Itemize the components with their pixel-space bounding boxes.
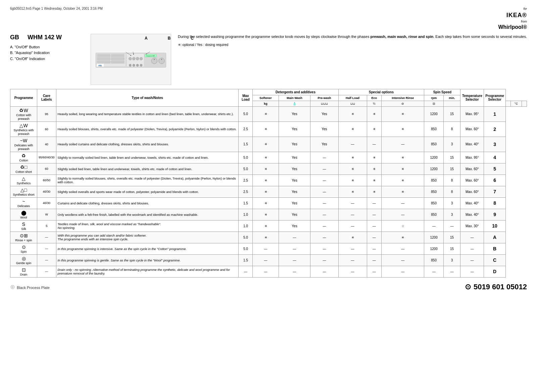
svg-point-12 [140,57,143,60]
header-detergents: Detergents and additives [253,89,338,95]
care-label-cell: — [37,266,56,277]
min-cell: — [443,220,460,232]
pre_wash-cell: — [310,254,338,266]
eco-cell: ✳ [367,175,381,186]
programme-cell: ♻︎□Cotton short [10,163,37,175]
programme-selector-cell: 3 [484,137,506,152]
notes-cell: Heavily soiled, long wearing and tempera… [56,106,239,121]
intensive_rinse-cell: — [381,266,424,277]
notes-cell: Heavily soiled blouses, shirts, overalls… [56,121,239,137]
min-cell: 15 [443,152,460,163]
footer: ⊕ Black Process Plate ⊙ 5019 601 05012 [10,283,527,291]
rpm-cell: 850 [424,209,443,220]
half_load-cell: — [338,243,367,254]
header-spin-speed: Spin Speed [424,89,460,95]
header-special-options: Special options [338,89,424,95]
temperature-cell: Max. 40° [460,137,484,152]
rpm-cell: 850 [424,137,443,152]
main_wash-cell: — [279,243,310,254]
machine-image: A B C Easylronic 1200 [91,34,171,85]
notes-cell: Slightly soiled bed linen, table linen a… [56,163,239,175]
eco-cell: — [367,232,381,243]
header-min: min. [443,95,460,101]
legend-c: C. "On/Off" Indication [10,56,84,62]
softener-cell: ✳ [253,106,279,121]
half_load-cell: ✳ [338,186,367,197]
notes-cell: In this programme spinning is gentle. Sa… [56,254,239,266]
right-description: During the selected washing programme th… [178,34,527,48]
temperature-cell: Max. 95° [460,152,484,163]
ikea-name: IKEA® [498,11,527,19]
max-load-cell: 5.0 [239,106,253,121]
rpm-cell: 1200 [424,232,443,243]
softener-cell: ✳ [253,197,279,209]
care-label-cell: 60/50 [37,175,56,186]
min-cell: 15 [443,232,460,243]
care-label-cell: 60 [37,121,56,137]
min-cell: 15 [443,243,460,254]
label-b: B [168,36,171,41]
max-load-cell: 1.5 [239,137,253,152]
intensive_rinse-cell: ✳ [381,186,424,197]
main_wash-cell: Yes [279,163,310,175]
pre_wash-cell: Yes [310,106,338,121]
min-cell: — [443,266,460,277]
svg-point-15 [151,58,157,63]
notes-cell: Curtains and delicate clothing, dresses … [56,197,239,209]
intensive_rinse-cell: ✳ [381,152,424,163]
eco-cell: ✳ [367,106,381,121]
notes-cell: Slightly to normally soiled bed linen, t… [56,152,239,163]
header-rpm: rpm [424,95,443,101]
programme-selector-cell: 1 [484,106,506,121]
svg-point-10 [132,57,135,60]
notes-cell: With this programme you can add starch a… [56,232,239,243]
intensive_rinse-cell: ✳ [381,232,424,243]
eco-cell: — [367,209,381,220]
intensive_rinse-cell: — [381,137,424,152]
table-row: ⬤WoolWOnly woollens with a felt-free fin… [10,209,527,220]
main_wash-cell: Yes [279,186,310,197]
main_wash-cell: Yes [279,197,310,209]
label-c: C [191,36,194,41]
programme-cell: SSilk [10,220,37,232]
min-cell: 15 [443,163,460,175]
programme-selector-cell: A [484,232,506,243]
programme-selector-cell: 6 [484,175,506,186]
abc-labels: A B C [91,36,171,41]
eco-cell: — [367,254,381,266]
pre_wash-cell: — [310,197,338,209]
brand-logo: for IKEA® from Whirlpool® [498,7,527,31]
main-wash-icon-header: ⊔⊔⊔ [310,101,338,106]
main_wash-cell: Yes [279,106,310,121]
programme-cell: △□Synthetics short [10,186,37,197]
min-cell: 3 [443,137,460,152]
half_load-cell: — [338,220,367,232]
eco-cell: — [367,266,381,277]
rpm-cell: — [424,220,443,232]
eco-cell: — [367,220,381,232]
svg-rect-7 [111,61,124,63]
temperature-cell: — [460,266,484,277]
eco-icon-header: ⊖ [381,101,424,106]
for-text: for [498,7,527,11]
main_wash-cell: Yes [279,209,310,220]
notes-cell: Only woollens with a felt-free finish, l… [56,209,239,220]
product-code: ⊙ 5019 601 05012 [465,283,527,291]
temperature-cell: — [460,254,484,266]
pre_wash-cell: — [310,232,338,243]
programme-cell: ◎Gentle spin [10,254,37,266]
min-cell: 8 [443,175,460,186]
min-cell: 15 [443,106,460,121]
svg-text:Easylronic 1200: Easylronic 1200 [147,55,155,57]
programme-selector-cell: 8 [484,197,506,209]
notes-cell: Heavily soiled curtains and delicate clo… [56,137,239,152]
pre_wash-cell: — [310,175,338,186]
programme-selector-cell: D [484,266,506,277]
max-load-cell: 2.5 [239,186,253,197]
table-row: △□Synthetics short40/30Slightly soiled o… [10,186,527,197]
header-intensive-rinse: Intensive Rinse [381,95,424,101]
svg-point-22 [129,64,131,66]
page-header: 6gb05012.fm5 Page 1 Wednesday, October 2… [10,7,527,31]
care-label-cell: — [37,254,56,266]
table-row: ~Delicates40/30Curtains and delicate clo… [10,197,527,209]
